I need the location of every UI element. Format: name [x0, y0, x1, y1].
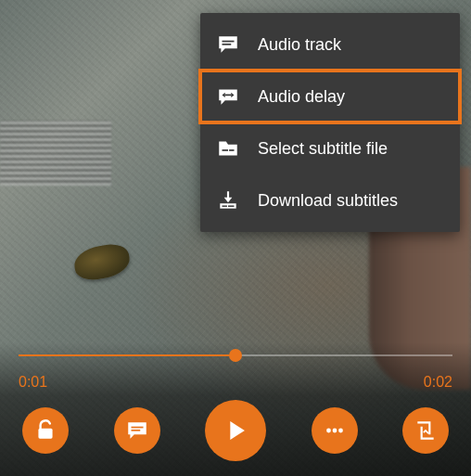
download-icon [215, 187, 241, 213]
menu-item-label: Audio track [258, 35, 341, 55]
crop-icon [414, 418, 438, 443]
play-icon [220, 415, 251, 446]
decoration [71, 241, 132, 283]
menu-item-audio-delay[interactable]: Audio delay [200, 71, 460, 122]
seek-bar[interactable] [19, 342, 452, 368]
audio-subtitle-menu: Audio track Audio delay Select subtitle … [200, 13, 460, 232]
seek-thumb[interactable] [229, 349, 242, 362]
menu-item-label: Audio delay [258, 87, 345, 107]
seek-progress [19, 354, 236, 356]
lock-button[interactable] [22, 407, 69, 454]
speech-arrows-icon [215, 84, 241, 109]
more-horizontal-icon [323, 418, 347, 443]
duration: 0:02 [424, 374, 452, 391]
subtitles-button[interactable] [114, 407, 160, 454]
unlock-icon [33, 418, 57, 443]
folder-icon [215, 135, 241, 161]
svg-rect-0 [223, 41, 235, 43]
menu-item-audio-track[interactable]: Audio track [200, 19, 460, 71]
current-time: 0:01 [19, 374, 47, 391]
svg-point-12 [326, 429, 331, 433]
svg-rect-2 [225, 95, 232, 96]
svg-rect-8 [227, 191, 229, 199]
crop-button[interactable] [402, 407, 449, 454]
svg-rect-10 [131, 427, 143, 429]
menu-item-label: Download subtitles [258, 191, 398, 211]
more-button[interactable] [312, 407, 358, 454]
menu-item-select-subtitle-file[interactable]: Select subtitle file [200, 122, 460, 174]
menu-item-download-subtitles[interactable]: Download subtitles [200, 174, 460, 226]
svg-rect-3 [223, 149, 229, 151]
svg-rect-1 [223, 44, 232, 45]
svg-rect-4 [229, 149, 234, 151]
svg-rect-7 [228, 205, 235, 207]
speech-lines-icon [215, 32, 241, 58]
svg-point-14 [338, 429, 343, 433]
speech-lines-icon [125, 418, 149, 443]
time-row: 0:01 0:02 [19, 374, 452, 391]
play-button[interactable] [205, 400, 266, 461]
svg-rect-6 [223, 205, 227, 207]
player-controls: 0:01 0:02 [0, 342, 471, 476]
menu-item-label: Select subtitle file [258, 139, 388, 159]
svg-point-13 [332, 429, 337, 433]
svg-rect-9 [38, 429, 52, 439]
svg-rect-11 [131, 430, 140, 431]
button-row [19, 400, 452, 461]
